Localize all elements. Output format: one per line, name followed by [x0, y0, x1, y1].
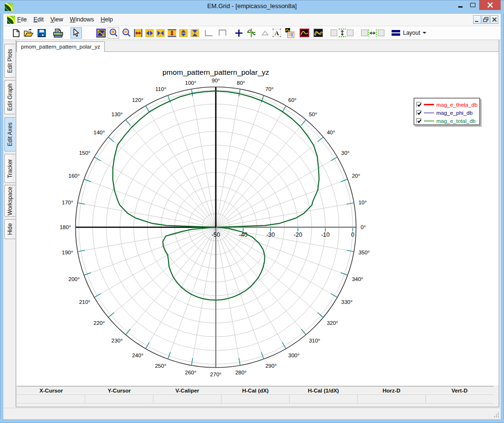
legend-label[interactable]: mag_e_phi_db: [436, 110, 473, 116]
sidebar-tab-edit-plots[interactable]: Edit Plots: [4, 44, 15, 78]
box-icon: [378, 30, 384, 36]
grid-spoke: [168, 227, 216, 359]
sidebar-tab-edit-graph[interactable]: Edit Graph: [4, 80, 15, 114]
grid-spoke: [216, 137, 323, 227]
radial-tick-label: -50: [212, 232, 220, 238]
legend-line-sample: [424, 112, 434, 113]
cursor-cell: [358, 395, 426, 403]
cursor-cell: [17, 395, 85, 403]
step-top-button[interactable]: [217, 27, 228, 39]
legend-label[interactable]: mag_e_theta_db: [436, 102, 477, 108]
plot-red-frame-button[interactable]: [299, 27, 310, 39]
text-annotation-button[interactable]: A: [271, 27, 282, 39]
sidebar-tab-label: Edit Plots: [7, 49, 13, 73]
angle-label: 180°: [60, 224, 71, 230]
legend-checkbox[interactable]: [416, 118, 422, 123]
resize-grip[interactable]: [494, 412, 499, 418]
marker-triangle-button[interactable]: [259, 27, 271, 39]
shrink-x-axis-button[interactable]: [144, 27, 155, 39]
shrink-y-axis-button[interactable]: [178, 27, 189, 39]
legend-line-sample: [424, 121, 434, 121]
pointer-icon: [73, 29, 80, 37]
zoom-out-button[interactable]: [121, 27, 132, 39]
marker-triangle-icon: [262, 30, 269, 36]
cursor-column-header: Y-Cursor: [85, 387, 153, 394]
new-document-button[interactable]: [10, 27, 22, 39]
plot-overlay-button[interactable]: [312, 27, 324, 39]
center-y-axis-button[interactable]: [189, 27, 201, 39]
mdi-window-buttons: [473, 15, 498, 24]
expand-x-axis-button[interactable]: [132, 27, 144, 39]
angle-label: 10°: [358, 200, 366, 205]
grid-spoke: [216, 227, 323, 317]
shrink-y-axis-icon: [179, 29, 188, 37]
cursor-table-row: [17, 395, 494, 403]
menu-file[interactable]: File: [14, 14, 30, 26]
angle-label: 250°: [155, 363, 166, 369]
angle-label: 190°: [62, 250, 73, 255]
angle-label: 230°: [111, 338, 123, 343]
expand-y-axis-button[interactable]: [166, 27, 178, 39]
copy-plot-report-icon: [285, 28, 295, 38]
expand-x-axis-icon: [134, 29, 142, 37]
angle-tick: [347, 250, 353, 252]
open-file-button[interactable]: [23, 27, 34, 39]
angle-label: 300°: [288, 352, 300, 358]
box-right2-button[interactable]: [375, 27, 387, 39]
cursor-column-header: V-Caliper: [153, 387, 222, 394]
mdi-restore-icon: [483, 17, 489, 22]
crosshair-button[interactable]: [233, 27, 244, 39]
step-bottom-left-icon: [205, 30, 213, 36]
minimize-button[interactable]: [454, 0, 468, 10]
shrink-x-axis-icon: [145, 29, 154, 37]
mdi-minimize-button[interactable]: [473, 15, 481, 24]
sidebar-tab-edit-axes[interactable]: Edit Axes: [4, 117, 15, 151]
legend-checkbox[interactable]: [416, 110, 422, 115]
angle-tick: [78, 250, 85, 252]
cursor-column-header: Horz-D: [357, 387, 425, 394]
legend-line-sample: [424, 104, 434, 105]
step-bottom-left-button[interactable]: [203, 27, 214, 39]
pointer-select-button[interactable]: [71, 27, 82, 39]
legend-entry: mag_e_total_db: [416, 117, 479, 125]
zoom-in-button[interactable]: [108, 27, 119, 39]
close-button[interactable]: [479, 0, 501, 10]
mdi-close-button[interactable]: [490, 15, 498, 24]
menu-edit[interactable]: Edit: [30, 14, 47, 26]
menu-view[interactable]: View: [47, 14, 67, 26]
legend-entry: mag_e_phi_db: [416, 109, 479, 117]
layout-menu-button[interactable]: Layout: [392, 28, 426, 38]
angle-label: 130°: [111, 111, 123, 117]
close-icon: [487, 2, 493, 8]
grid-spoke: [84, 227, 216, 275]
box-right-button[interactable]: [344, 27, 356, 39]
menu-help[interactable]: Help: [97, 14, 116, 26]
angle-label: 20°: [352, 173, 360, 179]
grid-spoke: [216, 120, 306, 227]
save-button[interactable]: [36, 27, 47, 39]
print-button[interactable]: [52, 27, 64, 39]
radial-tick-label: -30: [266, 232, 275, 238]
copy-plot-report-button[interactable]: [284, 27, 296, 39]
zoom-to-box-button[interactable]: [95, 27, 107, 39]
angle-label: 220°: [93, 320, 105, 326]
angle-label: 100°: [185, 80, 196, 86]
mdi-restore-button[interactable]: [482, 15, 490, 24]
angle-tick: [78, 203, 85, 204]
maximize-button[interactable]: [468, 0, 478, 10]
document-tab[interactable]: pmom_pattern_pattern_polar_yz: [16, 41, 105, 52]
angle-label: 340°: [352, 276, 363, 282]
center-x-axis-button[interactable]: [155, 27, 166, 39]
grid-spoke: [216, 95, 264, 227]
legend-label[interactable]: mag_e_total_db: [436, 118, 475, 124]
open-file-icon: [24, 29, 33, 37]
checkmark-icon: [417, 111, 422, 116]
legend-checkbox[interactable]: [416, 102, 422, 107]
menu-windows[interactable]: Windows: [67, 14, 98, 26]
sidebar-tab-hide[interactable]: Hide: [4, 219, 15, 239]
sidebar-tab-workspace[interactable]: Workspace: [4, 185, 15, 217]
menu-items: FileEditViewWindowsHelp: [14, 14, 116, 26]
sidebar-tab-tracker[interactable]: Tracker: [4, 154, 15, 183]
tracker-button[interactable]: [245, 27, 257, 39]
angle-label: 140°: [93, 130, 105, 135]
